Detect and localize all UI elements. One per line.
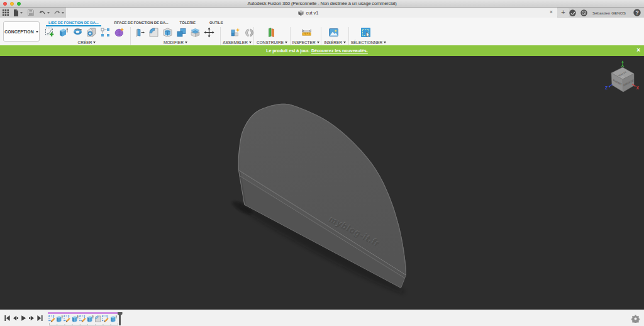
- save-button[interactable]: [28, 8, 34, 18]
- fillet-button[interactable]: [148, 27, 159, 38]
- document-cube-icon: [298, 10, 304, 16]
- shell-button[interactable]: [162, 27, 173, 38]
- timeline-item-sketch-1[interactable]: [48, 315, 55, 323]
- help-icon: ?: [633, 9, 641, 16]
- file-menu-button[interactable]: [13, 8, 23, 18]
- sketch-feature-icon: [64, 315, 70, 323]
- extrude-button[interactable]: [58, 27, 69, 38]
- combine-button[interactable]: [176, 27, 187, 38]
- view-cube[interactable]: HAUT AVANT DROITE Z X: [591, 56, 644, 100]
- ribbon-group-label[interactable]: CONSTRUIRE: [254, 40, 290, 45]
- ribbon-tab-3[interactable]: TÔLERIE: [177, 18, 198, 26]
- ribbon-group-label[interactable]: INSPECTER: [291, 40, 321, 45]
- ribbon-group-label-text: CRÉER: [78, 40, 92, 45]
- ribbon-group-label[interactable]: MODIFIER: [131, 40, 220, 45]
- workspace-switcher-button[interactable]: CONCEPTION: [3, 21, 40, 42]
- notification-close-button[interactable]: ×: [636, 45, 640, 56]
- fillet-icon: [148, 27, 159, 38]
- ribbon-tab-1[interactable]: LIDE DE FONCTION DE BA...: [46, 18, 101, 26]
- half-disc-body: [238, 104, 406, 288]
- redo-icon: [53, 9, 60, 16]
- ribbon-group-label[interactable]: CRÉER: [43, 40, 130, 45]
- timeline-feature-items: [48, 315, 117, 323]
- document-tab-cut-v1[interactable]: cut v1 ×: [66, 8, 557, 18]
- timeline-item-extrude-2[interactable]: [56, 315, 63, 323]
- ribbon-group-sélectionner: SÉLECTIONNER: [349, 27, 388, 45]
- construction-plane-icon: [266, 27, 277, 38]
- rectangular-pattern-button[interactable]: [100, 27, 111, 38]
- viewport-3d[interactable]: myblog-it.fr myblog-it.fr myblog-it.fr H…: [0, 56, 644, 309]
- redo-caret: [62, 12, 64, 14]
- timeline-item-sketch-8[interactable]: [102, 315, 109, 323]
- ribbon-group-construire: CONSTRUIRE: [254, 27, 291, 45]
- data-panel-button[interactable]: [3, 8, 9, 18]
- ribbon-group-label[interactable]: SÉLECTIONNER: [349, 40, 388, 45]
- ribbon-group-caret: [343, 42, 346, 43]
- ribbon-toolbar: CONCEPTION LIDE DE FONCTION DE BA...RFAC…: [0, 18, 644, 45]
- ribbon-tab-2[interactable]: RFACE DE FONCTION DE BA...: [112, 18, 171, 26]
- extrude-feature-icon: [56, 315, 63, 323]
- extrude-feature-icon: [110, 315, 117, 323]
- timeline-settings-button[interactable]: [631, 314, 640, 322]
- move-copy-button[interactable]: [204, 27, 214, 38]
- press-pull-button[interactable]: [135, 27, 145, 38]
- notifications-button[interactable]: [579, 8, 590, 18]
- insert-image-button[interactable]: [328, 27, 339, 38]
- rectangular-pattern-icon: [100, 27, 111, 38]
- grid-icon: [3, 9, 9, 16]
- timeline-item-extrude-6[interactable]: [87, 315, 94, 323]
- ribbon-group-label[interactable]: INSÉRER: [321, 40, 348, 45]
- ribbon-group-label-text: INSPECTER: [292, 40, 315, 45]
- ribbon-group-label[interactable]: ASSEMBLER: [221, 40, 253, 45]
- select-button[interactable]: [360, 27, 371, 38]
- fillet-feature-icon: [94, 315, 101, 323]
- ribbon-group-modifier: MODIFIER: [131, 27, 221, 45]
- notification-link[interactable]: Découvrez les nouveautés.: [311, 48, 368, 53]
- timeline-go-to-end-button[interactable]: [37, 315, 43, 321]
- measure-button[interactable]: [301, 27, 312, 38]
- timeline-go-to-start-button[interactable]: [4, 315, 10, 321]
- timeline-step-forward-button[interactable]: [29, 315, 35, 321]
- sketch-feature-icon: [79, 315, 86, 323]
- timeline-step-back-button[interactable]: [13, 315, 18, 321]
- split-body-icon: [190, 27, 201, 38]
- ribbon-group-caret: [185, 42, 187, 43]
- select-icon: [360, 27, 371, 38]
- ribbon-group-caret: [249, 42, 252, 43]
- window-title: Autodesk Fusion 360 (Personnelle - Non d…: [0, 0, 644, 7]
- clock-icon: [580, 9, 587, 16]
- macos-titlebar: Autodesk Fusion 360 (Personnelle - Non d…: [0, 0, 644, 8]
- timeline-item-sketch-5[interactable]: [79, 315, 86, 323]
- tabbar-right-controls: Sébastien GENOS ?: [567, 8, 644, 18]
- file-icon: [13, 9, 19, 16]
- help-button[interactable]: ?: [631, 8, 643, 18]
- ribbon-group-caret: [93, 42, 96, 43]
- user-account-button[interactable]: Sébastien GENOS: [592, 11, 626, 15]
- quick-access-toolbar: [0, 8, 66, 18]
- timeline-item-extrude-4[interactable]: [72, 315, 79, 323]
- undo-button[interactable]: [39, 8, 50, 18]
- redo-button[interactable]: [53, 8, 64, 18]
- timeline-item-sketch-3[interactable]: [64, 315, 70, 323]
- timeline-item-fillet-7[interactable]: [94, 315, 101, 323]
- job-status-button[interactable]: [567, 8, 579, 18]
- document-tabbar: cut v1 × + Sébastien GENOS: [0, 8, 644, 18]
- timeline-playhead[interactable]: [119, 312, 121, 325]
- create-form-button[interactable]: [114, 27, 125, 38]
- create-sketch-button[interactable]: [45, 27, 55, 38]
- notification-bar: Le produit est à jour. Découvrez les nou…: [0, 45, 644, 56]
- ribbon-tab-4[interactable]: OUTILS: [207, 18, 225, 26]
- hole-button[interactable]: [86, 27, 97, 38]
- timeline-item-extrude-9[interactable]: [110, 315, 117, 323]
- shell-icon: [162, 27, 173, 38]
- split-body-button[interactable]: [190, 27, 201, 38]
- measure-icon: [301, 27, 312, 38]
- close-document-tab-button[interactable]: ×: [548, 8, 554, 18]
- revolve-button[interactable]: [72, 27, 83, 38]
- timeline-play-button[interactable]: [21, 315, 26, 321]
- extrude-icon: [58, 27, 69, 38]
- joint-button[interactable]: [244, 27, 255, 38]
- new-component-button[interactable]: [230, 27, 241, 38]
- construction-plane-button[interactable]: [266, 27, 277, 38]
- ribbon-group-créer: CRÉER: [43, 27, 131, 45]
